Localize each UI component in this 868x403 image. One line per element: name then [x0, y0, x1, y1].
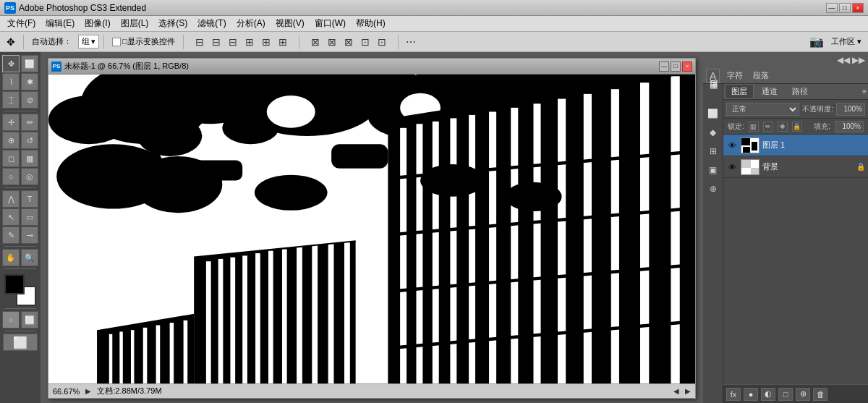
toolbar-sep-1	[23, 35, 24, 49]
opacity-input[interactable]: 100%	[836, 103, 865, 116]
char-tab[interactable]: 字符	[724, 69, 746, 82]
tab-channels[interactable]: 通道	[755, 84, 784, 99]
layer-adj-btn[interactable]: ◐	[761, 388, 775, 401]
svg-rect-32	[511, 108, 518, 383]
show-transform-checkbox[interactable]: □显示变换控件	[109, 34, 179, 49]
lock-all-icon[interactable]: 🔒	[792, 122, 802, 132]
dist-center-icon[interactable]: ⊠	[324, 34, 340, 50]
minimize-button[interactable]: —	[826, 3, 838, 13]
quick-mask-tool[interactable]: ○	[2, 311, 20, 328]
layer-item-bg[interactable]: 👁 背景 🔒	[723, 156, 868, 178]
layer-1-eye-icon[interactable]: 👁	[726, 140, 738, 151]
panel-icon-4[interactable]: ▣	[705, 162, 721, 178]
eyedropper-tool[interactable]: ⊘	[21, 91, 38, 109]
layer-group-btn[interactable]: □	[778, 388, 793, 401]
lock-transparent-icon[interactable]: ▥	[749, 122, 759, 132]
menu-help[interactable]: 帮助(H)	[352, 16, 390, 31]
doc-maximize-btn[interactable]: □	[671, 61, 681, 72]
dist-left-icon[interactable]: ⊠	[307, 34, 323, 50]
brush-tool[interactable]: ✏	[21, 114, 38, 131]
panel-icon-3[interactable]: ⊞	[705, 143, 721, 159]
layer-mask-btn[interactable]: ●	[744, 388, 758, 401]
nav-right-icon[interactable]: ▶	[685, 387, 691, 395]
camera-icon[interactable]: 📷	[809, 34, 825, 50]
toolbar-move[interactable]: ✥	[3, 34, 19, 50]
crop-tool[interactable]: ⌶	[2, 91, 20, 109]
right-panel: ◀◀ ▶▶ A 字符 段落 图层 ⬜ ◆ ⊞ ▣ ⊕ 图层	[703, 52, 868, 403]
layer-bg-eye-icon[interactable]: 👁	[726, 161, 738, 173]
lasso-tool[interactable]: ⌇	[2, 73, 20, 90]
notes-tool[interactable]: ✎	[2, 226, 20, 244]
smudge-tool[interactable]: ◎	[21, 168, 38, 185]
layers-menu-icon[interactable]: ≡	[862, 88, 867, 96]
para-tab[interactable]: 段落	[750, 69, 772, 82]
menu-file[interactable]: 文件(F)	[3, 16, 40, 31]
zoom-tool[interactable]: 🔍	[21, 249, 38, 266]
align-center-icon[interactable]: ⊟	[208, 34, 224, 50]
doc-close-btn[interactable]: ×	[682, 61, 692, 72]
menu-window[interactable]: 窗口(W)	[310, 16, 350, 31]
gradient-tool[interactable]: ▦	[21, 150, 38, 167]
align-top-icon[interactable]: ⊞	[242, 34, 258, 50]
layers-icon[interactable]: 图层	[705, 87, 721, 103]
dodge-tool[interactable]: ○	[2, 168, 20, 185]
path-select-tool[interactable]: ↖	[2, 208, 20, 226]
menu-edit[interactable]: 编辑(E)	[41, 16, 79, 31]
fill-input[interactable]: 100%	[835, 121, 864, 132]
layer-item-1[interactable]: 👁 图层 1	[723, 135, 868, 156]
svg-rect-54	[344, 239, 350, 383]
align-middle-icon[interactable]: ⊞	[258, 34, 274, 50]
menu-view[interactable]: 视图(V)	[271, 16, 309, 31]
healing-tool[interactable]: ✛	[2, 114, 20, 131]
select-rect-tool[interactable]: ⬜	[21, 55, 38, 72]
dist-top-icon[interactable]: ⊡	[357, 34, 373, 50]
auto-select-dropdown[interactable]: 组 ▾	[78, 35, 99, 48]
align-bottom-icon[interactable]: ⊞	[275, 34, 291, 50]
menu-analysis[interactable]: 分析(A)	[232, 16, 270, 31]
more-options-icon[interactable]: ⋯	[403, 34, 419, 50]
lock-image-icon[interactable]: ✏	[763, 122, 773, 132]
align-right-icon[interactable]: ⊟	[225, 34, 241, 50]
maximize-button[interactable]: □	[839, 3, 851, 13]
delete-layer-btn[interactable]: 🗑	[813, 388, 827, 401]
shape-tool[interactable]: ▭	[21, 208, 38, 226]
menu-layer[interactable]: 图层(L)	[116, 16, 153, 31]
panel-collapse-arrows[interactable]: ◀◀ ▶▶	[837, 55, 865, 65]
lock-move-icon[interactable]: ✥	[778, 122, 788, 132]
move-tool[interactable]: ✥	[2, 55, 20, 72]
tab-layers[interactable]: 图层	[725, 84, 754, 99]
eraser-tool[interactable]: ◻	[2, 150, 20, 167]
svg-rect-33	[534, 103, 541, 383]
tab-paths[interactable]: 路径	[786, 84, 814, 99]
fg-color-swatch[interactable]	[4, 274, 25, 294]
doc-minimize-btn[interactable]: —	[659, 61, 669, 72]
standard-mode-tool[interactable]: ⬜	[21, 311, 38, 328]
measure-tool[interactable]: ⊸	[21, 226, 38, 244]
layer-mode-select[interactable]: 正常	[726, 103, 799, 116]
screen-mode-tool[interactable]: ⬜	[3, 334, 38, 351]
menu-filter[interactable]: 滤镜(T)	[193, 16, 230, 31]
panel-icon-2[interactable]: ◆	[705, 124, 721, 140]
hand-tool[interactable]: ✋	[2, 249, 20, 266]
new-layer-btn[interactable]: ⊕	[796, 388, 810, 401]
panel-icon-1[interactable]: ⬜	[705, 106, 721, 122]
menu-select[interactable]: 选择(S)	[154, 16, 192, 31]
type-tool[interactable]: T	[21, 190, 38, 208]
layer-styles-btn[interactable]: fx	[726, 388, 741, 401]
history-brush-tool[interactable]: ↺	[21, 132, 38, 149]
doc-icon: PS	[51, 61, 61, 72]
doc-canvas[interactable]	[48, 75, 695, 383]
magic-wand-tool[interactable]: ✱	[21, 73, 38, 90]
menu-image[interactable]: 图像(I)	[80, 16, 114, 31]
close-button[interactable]: ×	[852, 3, 864, 13]
workspace-btn[interactable]: 工作区 ▾	[827, 34, 865, 49]
dist-bottom-icon[interactable]: ⊡	[374, 34, 390, 50]
nav-left-icon[interactable]: ◀	[673, 387, 679, 395]
align-left-icon[interactable]: ⊟	[192, 34, 208, 50]
svg-rect-45	[218, 259, 224, 383]
pen-tool[interactable]: ⋀	[2, 190, 20, 208]
dist-right-icon[interactable]: ⊠	[341, 34, 357, 50]
clone-tool[interactable]: ⊕	[2, 132, 20, 149]
layers-tabs: 图层 通道 路径 ≡	[723, 84, 868, 100]
panel-icon-5[interactable]: ⊕	[705, 181, 721, 197]
